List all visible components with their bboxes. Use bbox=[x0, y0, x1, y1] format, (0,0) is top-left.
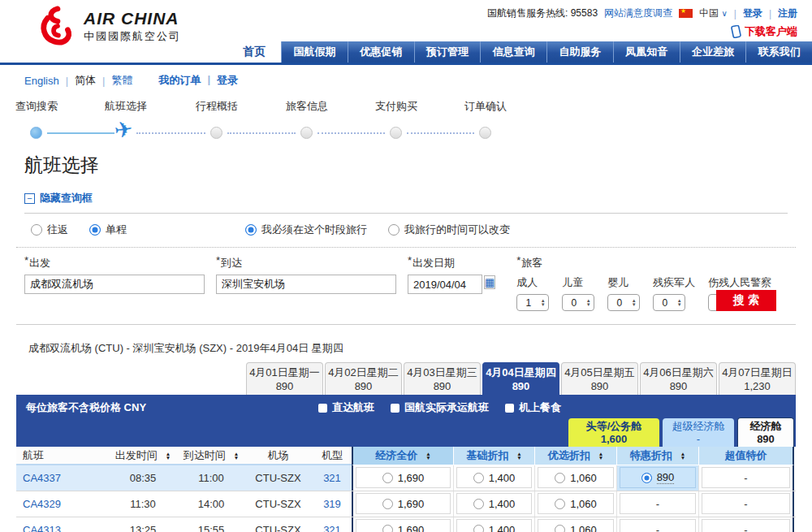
time-flex-radio[interactable]: 我必须在这个时段旅行 bbox=[245, 223, 367, 237]
filter-checkbox[interactable]: 机上餐食 bbox=[505, 400, 561, 415]
cabin-tab-economy[interactable]: 经济舱890 bbox=[737, 417, 794, 447]
column-header-label: 基础折扣 bbox=[466, 448, 508, 463]
fare-option[interactable]: 1,400 bbox=[456, 519, 532, 532]
date-tab[interactable]: 4月03日星期三890 bbox=[404, 362, 481, 395]
arrive-label: 到达 bbox=[221, 257, 242, 269]
date-tab-date: 4月07日星期日 bbox=[719, 365, 795, 379]
fare-cell: 1,060 bbox=[535, 517, 617, 532]
sort-icon[interactable]: ▲▼ bbox=[598, 452, 603, 460]
fare-cell: - bbox=[617, 491, 699, 517]
fare-option[interactable]: 1,400 bbox=[456, 493, 532, 514]
date-tab[interactable]: 4月06日星期六890 bbox=[640, 362, 717, 395]
login-link-2[interactable]: 登录 bbox=[217, 73, 238, 88]
nav-tab[interactable]: 国航假期 bbox=[281, 41, 348, 63]
fare-price: 1,400 bbox=[489, 472, 516, 484]
nav-tab[interactable]: 企业差旅 bbox=[680, 41, 746, 63]
sort-icon[interactable]: ▲▼ bbox=[234, 452, 239, 460]
fare-price: 890 bbox=[657, 471, 675, 484]
nav-tab[interactable]: 自助服务 bbox=[546, 41, 613, 63]
cabin-tab-first[interactable]: 头等/公务舱1,600 bbox=[568, 418, 659, 447]
fare-cell: - bbox=[699, 491, 794, 517]
calendar-icon[interactable]: ▦ bbox=[484, 275, 495, 289]
arrive-input[interactable] bbox=[216, 275, 396, 294]
flight-number-link[interactable]: CA4329 bbox=[23, 498, 61, 510]
fare-option[interactable]: 890 bbox=[620, 467, 696, 488]
depart-input[interactable] bbox=[24, 275, 205, 294]
date-tab[interactable]: 4月04日星期四890 bbox=[482, 362, 559, 395]
nav-tab[interactable]: 信息查询 bbox=[480, 41, 546, 63]
pax-stepper-value: 0 bbox=[608, 297, 630, 309]
air-china-logo[interactable]: AIR CHINA 中國國際航空公司 bbox=[37, 5, 181, 47]
fare-option[interactable]: 1,400 bbox=[456, 467, 532, 488]
step-label: 支付购买 bbox=[360, 99, 433, 114]
date-tab[interactable]: 4月05日星期五890 bbox=[561, 362, 638, 395]
trip-type-radio[interactable]: 单程 bbox=[89, 223, 127, 237]
nav-tab[interactable]: 预订管理 bbox=[414, 41, 481, 63]
nav-tab[interactable]: 凤凰知音 bbox=[613, 41, 680, 63]
fare-option[interactable]: 1,060 bbox=[538, 519, 614, 532]
fare-option[interactable]: 1,690 bbox=[356, 519, 451, 532]
fare-price: 1,400 bbox=[489, 524, 516, 532]
sort-icon[interactable]: ▲▼ bbox=[425, 452, 430, 460]
date-tab-price: 890 bbox=[483, 379, 559, 393]
language-link[interactable]: 简体 bbox=[75, 73, 96, 88]
date-tab[interactable]: 4月02日星期二890 bbox=[325, 362, 402, 395]
trip-type-radio[interactable]: 往返 bbox=[31, 223, 68, 237]
nav-tab[interactable]: 优惠促销 bbox=[348, 41, 414, 63]
column-header-label: 机场 bbox=[268, 448, 289, 463]
cabin-tab-premium[interactable]: 超级经济舱- bbox=[663, 418, 734, 447]
language-link[interactable]: English bbox=[24, 75, 59, 87]
sort-icon[interactable]: ▲▼ bbox=[680, 452, 685, 460]
step-label: 旅客信息 bbox=[270, 99, 343, 114]
aircraft-type-link[interactable]: 321 bbox=[323, 472, 341, 484]
fare-price: 1,060 bbox=[570, 524, 597, 532]
cabin-tab-label: 经济舱 bbox=[738, 420, 793, 433]
country-selector[interactable]: 中国 ∨ bbox=[699, 6, 728, 20]
fare-empty: - bbox=[702, 519, 790, 532]
collapse-minus-icon[interactable]: − bbox=[24, 193, 35, 204]
nav-tab[interactable]: 联系我们 bbox=[745, 41, 812, 63]
search-button[interactable]: 搜索 bbox=[716, 290, 776, 311]
date-tab-price: 1,230 bbox=[719, 379, 795, 393]
login-link[interactable]: 登录 bbox=[743, 6, 762, 20]
sort-icon[interactable]: ▲▼ bbox=[516, 452, 521, 460]
survey-link[interactable]: 网站满意度调查 bbox=[604, 6, 672, 20]
separator: | bbox=[102, 75, 105, 87]
cabin-tab-price: 890 bbox=[738, 433, 793, 446]
sort-icon[interactable]: ▲▼ bbox=[166, 452, 171, 460]
fare-option[interactable]: 1,060 bbox=[538, 493, 614, 514]
column-header-label: 经济全价 bbox=[375, 448, 417, 463]
date-tab-price: 890 bbox=[404, 379, 480, 393]
fare-option[interactable]: 1,060 bbox=[538, 467, 614, 488]
hide-query-link[interactable]: 隐藏查询框 bbox=[40, 191, 93, 205]
pax-stepper[interactable]: 0▲▼ bbox=[607, 294, 640, 311]
date-tab[interactable]: 4月01日星期一890 bbox=[246, 362, 323, 395]
aircraft-type-link[interactable]: 319 bbox=[323, 498, 341, 510]
flight-number-link[interactable]: CA4337 bbox=[23, 472, 61, 484]
fare-option[interactable]: 1,690 bbox=[356, 467, 451, 488]
date-input[interactable] bbox=[408, 275, 482, 294]
date-tab[interactable]: 4月07日星期日1,230 bbox=[719, 362, 796, 395]
flight-cell: 321 bbox=[313, 465, 352, 491]
flight-number-link[interactable]: CA4313 bbox=[23, 524, 61, 532]
step-circle bbox=[300, 127, 313, 139]
download-client[interactable]: 下载客户端 bbox=[730, 24, 797, 39]
column-header: 出发时间▲▼ bbox=[107, 447, 179, 465]
pax-stepper[interactable]: 0▲▼ bbox=[562, 294, 594, 311]
flight-cell: 11:30 bbox=[107, 491, 179, 517]
fare-option[interactable]: 1,690 bbox=[356, 493, 451, 514]
pax-stepper[interactable]: 0▲▼ bbox=[653, 294, 685, 311]
column-header: 机型 bbox=[313, 447, 352, 465]
register-link[interactable]: 注册 bbox=[778, 6, 797, 20]
pax-stepper[interactable]: 1▲▼ bbox=[516, 294, 549, 311]
language-link[interactable]: 繁體 bbox=[111, 73, 132, 88]
time-flex-radio[interactable]: 我旅行的时间可以改变 bbox=[388, 223, 510, 237]
arrival-time: 11:00 bbox=[198, 472, 224, 484]
my-orders-link[interactable]: 我的订单 bbox=[158, 73, 201, 88]
nav-tab-home[interactable]: 首页 bbox=[227, 41, 281, 63]
pax-stepper-value: 1 bbox=[517, 297, 539, 309]
filter-checkbox[interactable]: 国航实际承运航班 bbox=[391, 400, 489, 415]
filter-checkbox[interactable]: 直达航班 bbox=[318, 400, 374, 415]
date-tab-date: 4月03日星期三 bbox=[404, 365, 480, 379]
aircraft-type-link[interactable]: 321 bbox=[323, 524, 341, 532]
